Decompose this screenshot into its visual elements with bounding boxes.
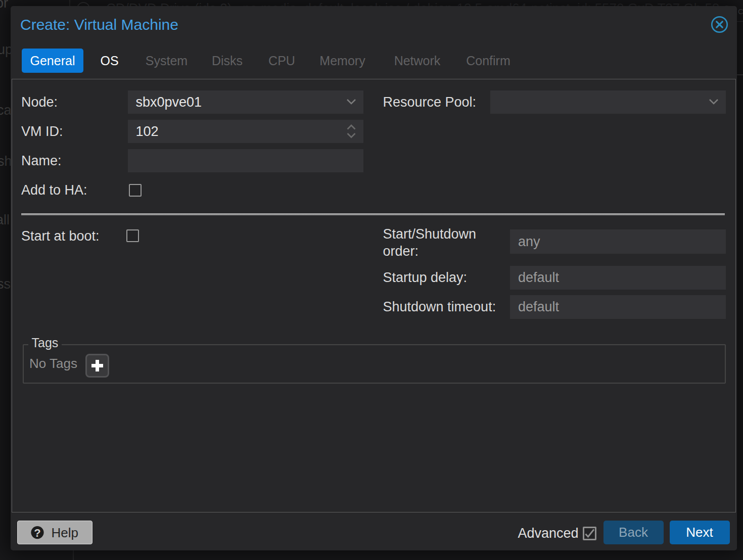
svg-text:?: ? [34,527,40,539]
